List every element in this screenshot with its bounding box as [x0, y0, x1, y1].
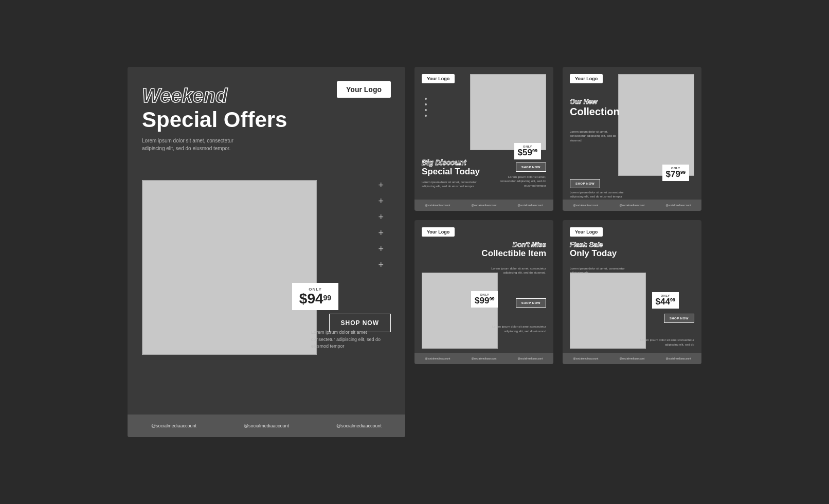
- large-plus-dots: + + + + + +: [378, 180, 384, 271]
- card4-headline-outline: Flash Sale: [570, 241, 603, 248]
- large-social2: @socialmediaaccount: [244, 423, 289, 428]
- large-right-desc: Lorem ipsum dolor sit amet consectetur a…: [311, 329, 391, 350]
- card4-price-tag: ONLY $4499: [652, 292, 679, 309]
- large-social3: @socialmediaaccount: [336, 423, 382, 428]
- card3-shop-btn[interactable]: SHOP NOW: [516, 298, 546, 308]
- large-footer: @socialmediaaccount @socialmediaaccount …: [128, 415, 405, 437]
- large-image-placeholder: [142, 180, 317, 355]
- card1-headline-outline: Big Discount: [422, 158, 466, 167]
- card2-logo: Your Logo: [570, 74, 603, 83]
- card2-headline-solid: Collection: [570, 106, 620, 117]
- card4-logo: Your Logo: [570, 227, 603, 237]
- card3-image: [422, 273, 498, 349]
- card4-sub-text: Lorem ipsum dolor sit amet, consectetur …: [570, 266, 626, 275]
- card3-price-tag: ONLY $9999: [471, 291, 498, 308]
- card2-sub-text: Lorem ipsum dolor sit amet, consectetur …: [570, 130, 621, 142]
- card2-price-tag: ONLY $7999: [662, 165, 689, 181]
- main-container: Your Logo Weekend Special Offers Lorem i…: [128, 67, 701, 437]
- card2: Your Logo Our New Collection Lorem ipsum…: [563, 67, 701, 211]
- card3-logo: Your Logo: [422, 227, 455, 237]
- large-price-main: $94: [299, 291, 323, 307]
- large-card: Your Logo Weekend Special Offers Lorem i…: [128, 67, 405, 437]
- card4-desc: Lorem ipsum dolor sit amet consectetur a…: [638, 338, 694, 347]
- card1-left-desc: Lorem ipsum dolor sit amet, consectetur …: [422, 180, 478, 189]
- card4: Your Logo Flash Sale Only Today Lorem ip…: [563, 220, 701, 364]
- large-headline-solid: Special Offers: [142, 108, 391, 132]
- card3-desc: Lorem ipsum dolor sit amet consectetur a…: [490, 325, 546, 333]
- card1-headline-solid: Special Today: [422, 167, 480, 177]
- large-price-cents: 99: [323, 294, 332, 302]
- card1-desc: Lorem ipsum dolor sit amet, consectetur …: [495, 175, 546, 188]
- card3-headline-outline: Don't Miss: [513, 241, 546, 248]
- card4-headline-solid: Only Today: [570, 249, 617, 259]
- card3-headline-solid: Collectible Item: [481, 249, 546, 259]
- card1: Your Logo ONLY $5999 Big Discount Specia…: [414, 67, 553, 211]
- card1-logo: Your Logo: [422, 74, 455, 83]
- card1-price-tag: ONLY $5999: [514, 143, 541, 159]
- card1-shop-btn[interactable]: SHOP NOW: [516, 163, 546, 172]
- card4-footer: @socialmediaaccount @socialmediaaccount …: [563, 353, 701, 364]
- card3-footer: @socialmediaaccount @socialmediaaccount …: [414, 353, 553, 364]
- card2-footer: @socialmediaaccount @socialmediaaccount …: [563, 200, 701, 211]
- card1-dots: [425, 98, 427, 117]
- large-sub-text: Lorem ipsum dolor sit amet, consectetur …: [142, 137, 245, 152]
- card3-sub-text: Lorem ipsum dolor sit amet, consectetur …: [490, 266, 546, 275]
- card2-image: [618, 74, 694, 176]
- card4-shop-btn[interactable]: SHOP NOW: [664, 314, 694, 323]
- large-price-tag: ONLY $9499: [292, 283, 338, 310]
- card2-desc: Lorem ipsum dolor sit amet consectetur a…: [570, 190, 632, 199]
- card2-shop-btn[interactable]: SHOP NOW: [570, 179, 600, 188]
- card2-headline-outline: Our New: [570, 98, 597, 105]
- small-cards-grid: Your Logo ONLY $5999 Big Discount Specia…: [414, 67, 701, 364]
- card1-image: [470, 74, 546, 150]
- large-logo: Your Logo: [337, 81, 391, 98]
- card3: Your Logo Don't Miss Collectible Item Lo…: [414, 220, 553, 364]
- card1-footer: @socialmediaaccount @socialmediaaccount …: [414, 200, 553, 211]
- card4-image: [570, 273, 646, 349]
- large-social1: @socialmediaaccount: [151, 423, 196, 428]
